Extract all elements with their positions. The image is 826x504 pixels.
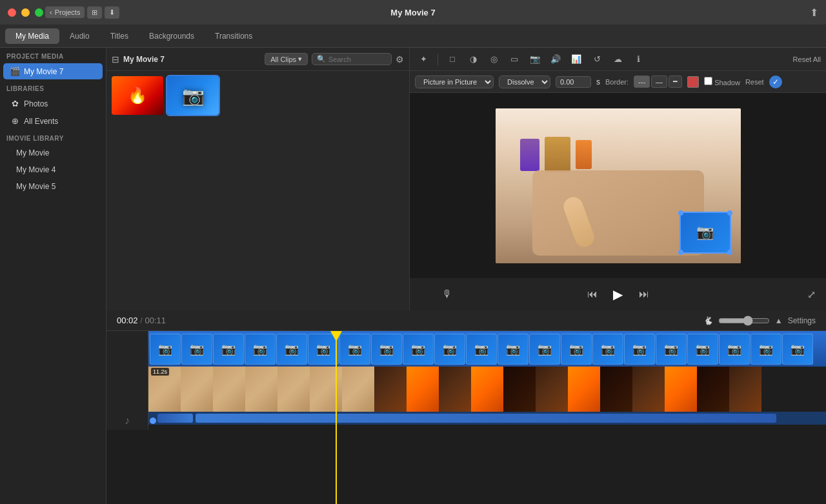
video-cell-fire-4[interactable]	[471, 367, 503, 412]
clip-cell-13[interactable]: 📷	[529, 334, 560, 365]
trim-tool[interactable]: ▭	[506, 51, 523, 68]
share-button[interactable]: ⬆	[810, 6, 818, 19]
audio-segment-1[interactable]	[157, 414, 193, 423]
tab-my-media[interactable]: My Media	[5, 28, 59, 44]
audio-segment-2[interactable]	[196, 414, 776, 423]
tab-backgrounds[interactable]: Backgrounds	[139, 28, 205, 44]
zoom-slider[interactable]	[718, 316, 770, 326]
audio-tool[interactable]: 🔊	[547, 51, 564, 68]
sidebar-item-my-movie-7[interactable]: 🎬 My Movie 7	[3, 63, 103, 79]
download-button[interactable]: ⬇	[105, 6, 119, 19]
video-cell-hands-3[interactable]	[213, 367, 245, 412]
clip-cell-11[interactable]: 📷	[466, 334, 497, 365]
duration-input[interactable]	[556, 76, 591, 88]
noise-reduction-tool[interactable]: ☁	[609, 51, 626, 68]
border-color-swatch[interactable]	[687, 76, 699, 88]
projects-button[interactable]: ‹ Projects	[45, 6, 85, 18]
picture-in-picture-select[interactable]: Picture in Picture Side by Side Split Sc…	[415, 76, 494, 88]
minimize-button[interactable]	[21, 8, 30, 17]
all-clips-button[interactable]: All Clips ▾	[265, 53, 308, 65]
shadow-checkbox[interactable]	[704, 77, 712, 85]
video-cell-hands-2[interactable]	[181, 367, 213, 412]
pip-overlay[interactable]: 📷	[680, 212, 731, 254]
equalizer-tool[interactable]: 📊	[568, 51, 585, 68]
stabilize-tool[interactable]: ↺	[589, 51, 605, 68]
play-button[interactable]: ▶	[608, 284, 629, 305]
timeline-settings-button[interactable]: Settings	[788, 316, 816, 325]
pip-corner-br	[727, 250, 732, 255]
pip-reset-button[interactable]: Reset	[745, 78, 764, 86]
clip-cell-9[interactable]: 📷	[403, 334, 434, 365]
border-style-dashed[interactable]: ---	[634, 76, 650, 88]
video-cell-hands-4[interactable]	[245, 367, 277, 412]
confirm-button[interactable]: ✓	[769, 76, 782, 88]
video-cell-fire-8[interactable]	[600, 367, 632, 412]
search-input[interactable]	[328, 55, 387, 63]
clip-cell-16[interactable]: 📷	[624, 334, 655, 365]
sidebar-item-my-movie-4[interactable]: My Movie 4	[3, 162, 103, 177]
media-thumb-camera[interactable]: 📷	[167, 76, 219, 115]
video-cell-fire-1[interactable]	[374, 367, 407, 412]
sidebar-item-my-movie[interactable]: My Movie	[3, 145, 103, 161]
chevron-down-icon: ▾	[298, 55, 302, 63]
clip-cell-21[interactable]: 📷	[782, 334, 813, 365]
clip-cell-17[interactable]: 📷	[656, 334, 687, 365]
microphone-button[interactable]: 🎙	[442, 288, 452, 300]
color-tool[interactable]: ◑	[465, 51, 481, 68]
clip-cell-7[interactable]: 📷	[339, 334, 370, 365]
video-cell-fire-3[interactable]	[439, 367, 471, 412]
video-cell-fire-5[interactable]	[503, 367, 536, 412]
clip-cell-3[interactable]: 📷	[213, 334, 244, 365]
info-tool[interactable]: ℹ	[630, 51, 647, 68]
tab-audio[interactable]: Audio	[59, 28, 100, 44]
clip-cell-15[interactable]: 📷	[592, 334, 623, 365]
clip-cell-8[interactable]: 📷	[371, 334, 402, 365]
video-cell-fire-6[interactable]	[536, 367, 568, 412]
maximize-button[interactable]	[35, 8, 43, 17]
video-cell-hands-7[interactable]	[342, 367, 374, 412]
audio-start-dot	[150, 418, 156, 424]
clip-cell-4[interactable]: 📷	[245, 334, 276, 365]
clip-cell-14[interactable]: 📷	[561, 334, 592, 365]
reset-all-button[interactable]: Reset All	[793, 55, 821, 63]
clip-cell-5[interactable]: 📷	[276, 334, 307, 365]
skip-to-start-button[interactable]: ⏮	[587, 288, 598, 300]
video-cell-fire-12[interactable]	[729, 367, 761, 412]
crop-tool[interactable]: □	[444, 51, 461, 68]
media-thumb-fire[interactable]: 🔥	[112, 76, 163, 115]
filter-tool[interactable]: ◎	[485, 51, 502, 68]
clip-cell-2[interactable]: 📷	[181, 334, 212, 365]
transition-select[interactable]: Dissolve Fade None	[499, 76, 550, 88]
toggle-sidebar-button[interactable]: ⊟	[112, 54, 119, 65]
clip-cell-20[interactable]: 📷	[750, 334, 781, 365]
skip-to-end-button[interactable]: ⏭	[639, 288, 649, 300]
settings-button[interactable]: ⚙	[396, 54, 404, 65]
tab-titles[interactable]: Titles	[100, 28, 139, 44]
sidebar-item-my-movie-5[interactable]: My Movie 5	[3, 179, 103, 194]
video-cell-fire-11[interactable]	[697, 367, 729, 412]
video-cell-fire-2[interactable]	[407, 367, 439, 412]
border-style-medium[interactable]: —	[651, 76, 667, 88]
clip-cell-1[interactable]: 📷	[150, 334, 181, 365]
clip-cell-10[interactable]: 📷	[434, 334, 465, 365]
video-cell-fire-10[interactable]	[665, 367, 697, 412]
sidebar-item-all-events[interactable]: ⊕ All Events	[3, 113, 103, 129]
clip-cell-6[interactable]: 📷	[308, 334, 339, 365]
border-style-thick[interactable]: ━	[669, 76, 682, 88]
video-cell-fire-9[interactable]	[632, 367, 665, 412]
camera-tool[interactable]: 📷	[527, 51, 543, 68]
sidebar-item-photos[interactable]: ✿ Photos	[3, 96, 103, 112]
tab-transitions[interactable]: Transitions	[205, 28, 263, 44]
clip-cell-18[interactable]: 📷	[687, 334, 718, 365]
grid-view-button[interactable]: ⊞	[87, 6, 102, 19]
close-button[interactable]	[8, 8, 16, 17]
fullscreen-button[interactable]: ⤢	[807, 288, 816, 301]
video-cell-hands-6[interactable]	[310, 367, 342, 412]
video-cell-hands-1[interactable]: 11.2s	[148, 367, 181, 412]
video-cell-fire-7[interactable]	[568, 367, 600, 412]
video-cell-hands-5[interactable]	[277, 367, 310, 412]
pip-controls: Picture in Picture Side by Side Split Sc…	[410, 71, 826, 93]
magic-wand-tool[interactable]: ✦	[415, 51, 432, 68]
clip-cell-19[interactable]: 📷	[719, 334, 750, 365]
clip-cell-12[interactable]: 📷	[498, 334, 529, 365]
